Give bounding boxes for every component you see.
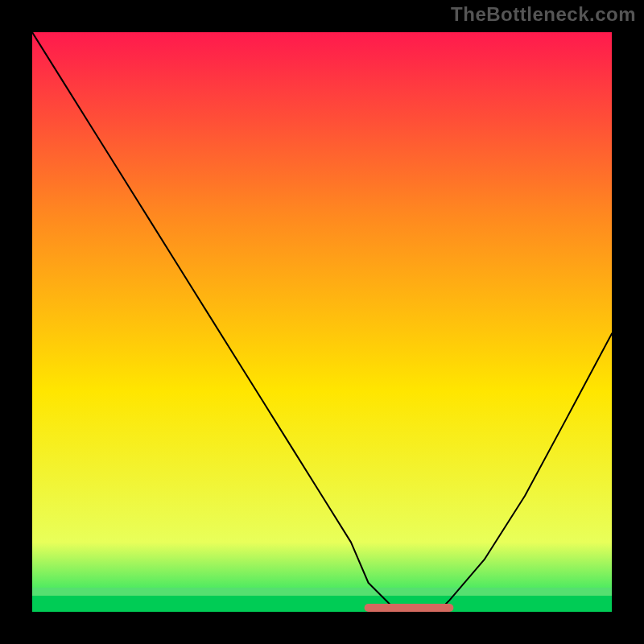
- plot-svg: [32, 32, 612, 612]
- chart-frame: TheBottleneck.com: [0, 0, 644, 644]
- gradient-background: [32, 32, 612, 612]
- plot-area: [32, 32, 612, 612]
- watermark-text: TheBottleneck.com: [451, 3, 636, 26]
- bottom-green-band: [32, 596, 612, 612]
- bottom-green-band-2: [32, 588, 612, 596]
